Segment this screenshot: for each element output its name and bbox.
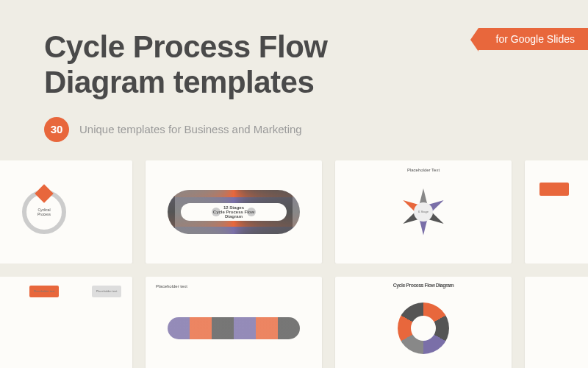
flow-box: Placeholder text	[92, 286, 121, 297]
ribbon-label: for Google Slides	[496, 33, 575, 45]
count-badge: 30	[44, 117, 69, 142]
title-line-1: Cycle Process Flow	[44, 29, 328, 64]
center-label: Cyclical Process	[35, 208, 53, 216]
placeholder-label: Placeholder Text	[407, 168, 440, 172]
ring-diagram-icon	[398, 302, 449, 354]
flow-box-icon	[539, 183, 569, 196]
count-value: 30	[51, 123, 63, 135]
thumbnail-row-2: Placeholder text Placeholder text Placeh…	[0, 277, 588, 368]
slide-thumbnail[interactable]: Cycle Process Flow Diagram Sprint	[335, 277, 512, 368]
thumbnail-grid-2: Placeholder text Placeholder text Placeh…	[0, 277, 588, 368]
header: Cycle Process Flow Diagram templates 30 …	[0, 0, 588, 160]
slide-thumbnail[interactable]	[525, 277, 588, 368]
hub-label: 6 Stage	[414, 202, 433, 222]
placeholder-label: Placeholder text	[156, 284, 187, 289]
center-label: 12 Stages Cycle Process Flow Diagram	[204, 205, 263, 219]
slide-thumbnail[interactable]: 12 Stages Cycle Process Flow Diagram	[146, 160, 322, 263]
thumbnail-row-1: Placeholder text Cyclical Process 12 Sta…	[0, 160, 588, 263]
slide-thumbnail[interactable]: Placeholder Text 6 Stage	[335, 160, 512, 263]
title-line-2: Diagram templates	[44, 65, 314, 99]
thumbnail-grid: Placeholder text Cyclical Process 12 Sta…	[0, 160, 588, 263]
page-title: Cycle Process Flow Diagram templates	[44, 29, 544, 101]
slide-title: Cycle Process Flow Diagram	[393, 283, 454, 289]
subtitle-text: Unique templates for Business and Market…	[79, 123, 302, 135]
wave-diagram-icon	[168, 310, 300, 347]
slide-thumbnail[interactable]: Placeholder text Cyclical Process	[146, 277, 322, 368]
ribbon-badge: for Google Slides	[478, 28, 588, 50]
slide-thumbnail[interactable]: Placeholder text	[525, 160, 588, 263]
slide-thumbnail[interactable]: Placeholder text Cyclical Process	[0, 160, 132, 263]
subtitle-row: 30 Unique templates for Business and Mar…	[44, 117, 544, 142]
slide-thumbnail[interactable]: Placeholder text Placeholder text Placeh…	[0, 277, 132, 368]
cycle-circle-icon: Cyclical Process	[22, 190, 66, 234]
flow-box: Placeholder text	[29, 286, 59, 297]
star-diagram-icon: 6 Stage	[394, 183, 453, 241]
racetrack-diagram-icon: 12 Stages Cycle Process Flow Diagram	[168, 190, 300, 234]
